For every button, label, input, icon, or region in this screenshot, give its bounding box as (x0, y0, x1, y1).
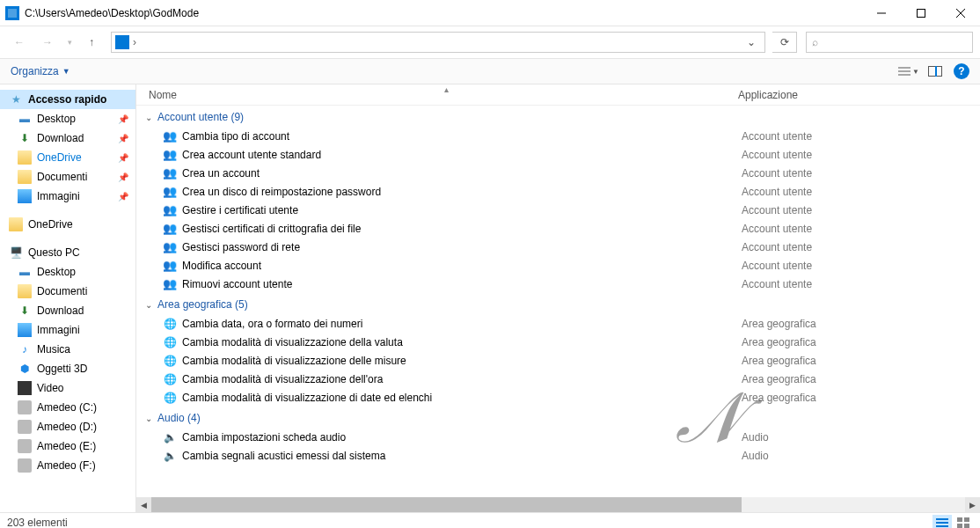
list-item[interactable]: 🔈Cambia impostazioni scheda audioAudio (140, 428, 980, 446)
address-bar[interactable]: › ⌄ (111, 32, 765, 53)
view-options-button[interactable]: ▼ (897, 62, 920, 81)
maximize-button[interactable] (901, 0, 940, 26)
globe-icon: 🌐 (163, 354, 177, 368)
list-item[interactable]: 👥Crea account utente standardAccount ute… (140, 145, 980, 164)
navbar: ← → ▾ ↑ › ⌄ ⟳ ⌕ (0, 26, 980, 58)
forward-button[interactable]: → (35, 30, 60, 55)
sidebar-item[interactable]: Immagini (0, 320, 135, 340)
sidebar-item[interactable]: OneDrive📌 (0, 148, 135, 167)
sidebar-item[interactable]: Documenti (0, 282, 135, 301)
back-button[interactable]: ← (7, 30, 32, 55)
globe-icon: 🌐 (163, 317, 177, 331)
item-name: Rimuovi account utente (182, 278, 742, 290)
sidebar-item[interactable]: ⬢Oggetti 3D (0, 359, 135, 378)
svg-rect-10 (936, 518, 948, 520)
close-button[interactable] (940, 0, 980, 26)
list-item[interactable]: 🌐Cambia modalità di visualizzazione dell… (140, 333, 980, 351)
item-app: Area geografica (742, 392, 816, 404)
list-item[interactable]: 👥Gestisci password di reteAccount utente (140, 238, 980, 256)
svg-rect-14 (964, 517, 969, 522)
svg-rect-13 (957, 517, 962, 522)
column-name[interactable]: Nome (149, 89, 738, 101)
sidebar-item-label: Download (37, 132, 84, 144)
refresh-button[interactable]: ⟳ (772, 32, 797, 53)
sidebar-this-pc[interactable]: 🖥️ Questo PC (0, 243, 135, 262)
sidebar-item[interactable]: Amedeo (F:) (0, 456, 135, 475)
minimize-button[interactable] (861, 0, 901, 26)
window-title: C:\Users\Amedeo\Desktop\GodMode (25, 7, 861, 19)
sidebar-item[interactable]: ▬Desktop (0, 262, 135, 282)
speaker-icon: 🔈 (163, 430, 177, 444)
list-item[interactable]: 👥Rimuovi account utenteAccount utente (140, 275, 980, 293)
address-dropdown[interactable]: ⌄ (742, 36, 761, 48)
pin-icon: 📌 (118, 114, 128, 124)
sidebar-item-label: Musica (37, 343, 70, 356)
sidebar-item[interactable]: Amedeo (C:) (0, 398, 135, 417)
list-item[interactable]: 👥Crea un disco di reimpostazione passwor… (140, 182, 980, 201)
sidebar-item[interactable]: ⬇Download📌 (0, 128, 135, 148)
sidebar-item[interactable]: ▬Desktop📌 (0, 109, 135, 128)
help-button[interactable]: ? (954, 63, 969, 79)
details-view-button[interactable] (932, 515, 952, 529)
up-button[interactable]: ↑ (79, 30, 104, 55)
sidebar-item-label: Download (37, 304, 84, 317)
sidebar-onedrive[interactable]: OneDrive (0, 215, 135, 234)
users-icon: 👥 (163, 240, 177, 254)
users-icon: 👥 (163, 166, 177, 180)
list-item[interactable]: 👥Crea un accountAccount utente (140, 164, 980, 182)
history-drop[interactable]: ▾ (63, 30, 76, 55)
organize-menu[interactable]: Organizza ▼ (11, 65, 70, 77)
list-item[interactable]: 🌐Cambia modalità di visualizzazione di d… (140, 388, 980, 407)
sidebar-item[interactable]: Amedeo (E:) (0, 436, 135, 456)
svg-rect-15 (957, 524, 962, 528)
titlebar: C:\Users\Amedeo\Desktop\GodMode (0, 0, 980, 26)
list-item[interactable]: 🌐Cambia data, ora o formato dei numeriAr… (140, 314, 980, 333)
item-app: Account utente (742, 186, 812, 198)
address-icon (115, 35, 129, 49)
group-header[interactable]: ⌄Audio (4) (140, 407, 980, 428)
sidebar-item[interactable]: ⬇Download (0, 301, 135, 320)
list-item[interactable]: 👥Cambia tipo di accountAccount utente (140, 127, 980, 145)
scroll-right-icon[interactable]: ▶ (965, 497, 980, 512)
item-name: Gestisci certificati di crittografia dei… (182, 223, 742, 235)
status-bar: 203 elementi (0, 512, 980, 528)
sidebar-item[interactable]: ♪Musica (0, 340, 135, 359)
sidebar-item[interactable]: Amedeo (D:) (0, 417, 135, 436)
app-icon (5, 6, 19, 20)
list-item[interactable]: 👥Gestisci certificati di crittografia de… (140, 219, 980, 238)
navigation-pane[interactable]: ★ Accesso rapido ▬Desktop📌⬇Download📌OneD… (0, 84, 136, 512)
preview-pane-button[interactable] (924, 62, 947, 81)
list-item[interactable]: 👥Gestire i certificati utenteAccount ute… (140, 201, 980, 219)
horizontal-scrollbar[interactable]: ◀ ▶ (136, 497, 980, 512)
group-title: Area geografica (5) (157, 298, 248, 311)
item-name: Crea account utente standard (182, 149, 742, 161)
list-item[interactable]: 🌐Cambia modalità di visualizzazione dell… (140, 351, 980, 370)
file-list[interactable]: ⌄Account utente (9)👥Cambia tipo di accou… (136, 106, 980, 497)
command-bar: Organizza ▼ ▼ ? (0, 58, 980, 84)
users-icon: 👥 (163, 222, 177, 236)
chevron-right-icon: › (133, 36, 136, 48)
list-item[interactable]: 👥Modifica accountAccount utente (140, 256, 980, 275)
group-header[interactable]: ⌄Account utente (9) (140, 106, 980, 127)
search-icon: ⌕ (812, 36, 818, 48)
search-input[interactable]: ⌕ (806, 32, 973, 53)
item-name: Modifica account (182, 260, 742, 272)
svg-rect-11 (936, 522, 948, 524)
sidebar-item[interactable]: Video (0, 378, 135, 398)
column-app[interactable]: Applicazione (738, 89, 798, 101)
list-item[interactable]: 🌐Cambia modalità di visualizzazione dell… (140, 370, 980, 388)
group-header[interactable]: ⌄Area geografica (5) (140, 293, 980, 314)
list-item[interactable]: 🔈Cambia segnali acustici emessi dal sist… (140, 446, 980, 465)
globe-icon: 🌐 (163, 391, 177, 405)
sidebar-item[interactable]: Immagini📌 (0, 187, 135, 206)
item-app: Account utente (742, 223, 812, 235)
item-app: Account utente (742, 130, 812, 143)
sidebar-item-label: Video (37, 382, 63, 394)
sidebar-item[interactable]: Documenti📌 (0, 167, 135, 187)
item-app: Account utente (742, 149, 812, 161)
scroll-thumb[interactable] (151, 497, 742, 512)
sidebar-quick-access[interactable]: ★ Accesso rapido (0, 90, 135, 109)
scroll-left-icon[interactable]: ◀ (136, 497, 151, 512)
icons-view-button[interactable] (954, 515, 973, 529)
column-headers[interactable]: Nome Applicazione ▴ (136, 84, 980, 106)
